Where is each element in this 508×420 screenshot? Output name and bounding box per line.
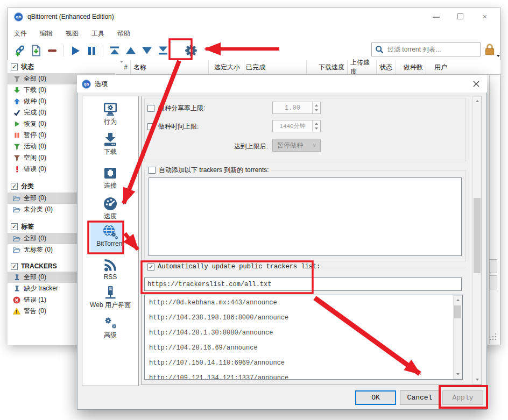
auto-update-legend: ✓ Automatically update public trackers l… [145,263,322,270]
move-up-button[interactable] [123,43,139,58]
tracker-row[interactable]: http://109.121.134.121:1337/announce [145,371,462,380]
nav-connection[interactable]: 连接 [82,165,138,190]
scroll-down-icon[interactable] [473,375,481,384]
ok-button[interactable]: OK [355,390,396,405]
scrollbar-thumb[interactable] [474,198,481,273]
menu-tools[interactable]: 工具 [85,27,111,40]
up-triangle-icon [125,45,137,56]
play-icon [70,45,81,56]
spin-buttons[interactable] [312,120,320,132]
add-torrent-file-button[interactable] [28,43,44,58]
categories-checkbox[interactable]: ✓ [11,183,18,190]
col-dlspeed[interactable]: 下载速度 [307,60,348,74]
seeding-time-value: 1440分钟 [273,122,312,130]
nav-downloads[interactable]: 下载 [82,131,138,156]
tracker-row[interactable]: http://104.238.198.186:8000/announce [145,310,462,325]
menu-help[interactable]: 帮助 [111,27,137,40]
col-done[interactable]: 已完成 [243,60,307,74]
downloads-icon [102,131,118,147]
col-name[interactable]: 名称 [131,60,209,74]
maximize-icon[interactable] [457,13,464,20]
seeding-time-checkbox[interactable] [147,123,154,130]
nav-bittorrent[interactable]: BitTorrent [82,224,138,247]
dialog-close-icon[interactable] [471,79,481,89]
scrollbar-thumb[interactable] [454,305,461,318]
auto-add-trackers-checkbox[interactable] [149,167,156,174]
limit-reached-select[interactable]: 暂停做种 ˅ [272,139,321,152]
folder-icon [13,235,20,243]
filter-label: 全部 (0) [24,194,46,203]
col-status[interactable]: 状态 [377,60,396,74]
filter-section-title: TRACKERS [21,262,57,270]
close-icon[interactable]: × [481,13,489,20]
error-circle-icon [13,296,20,304]
resize-grip[interactable] [490,333,496,340]
menu-file[interactable]: 文件 [8,27,33,40]
menu-view[interactable]: 视图 [59,27,85,40]
spin-buttons[interactable] [312,102,320,113]
col-user[interactable]: 用户 [426,60,450,74]
share-ratio-checkbox[interactable] [147,105,154,112]
spin-down-icon[interactable] [315,127,318,130]
menu-edit[interactable]: 编辑 [33,27,59,40]
resume-button[interactable] [67,43,83,58]
col-size[interactable]: 选定大小 [209,60,243,74]
webui-icon [102,284,118,301]
main-scrollbar-button[interactable] [489,275,497,289]
nav-webui[interactable]: Web 用户界面 [82,284,138,310]
tracker-row[interactable]: http://0d.kebhana.mx:443/announce [145,295,462,310]
scroll-up-icon[interactable] [473,97,481,105]
behavior-icon [102,101,118,117]
seeding-time-spinbox[interactable]: 1440分钟 [272,120,321,132]
nav-behavior[interactable]: 行为 [82,101,138,126]
apply-button[interactable]: Apply [442,390,483,405]
options-gear-button[interactable] [183,43,199,58]
scroll-down-icon[interactable] [454,370,462,379]
torrent-filter-search[interactable] [371,42,481,56]
tracker-row[interactable]: http://104.28.16.69/announce [145,340,462,355]
trackers-checkbox[interactable]: ✓ [11,263,18,270]
move-top-button[interactable] [107,43,123,58]
tracker-list-scrollbar[interactable] [453,295,462,379]
filter-label: 未分类 (0) [24,205,53,214]
filter-label: 全部 (0) [24,74,46,83]
public-trackers-listbox[interactable]: http://0d.kebhana.mx:443/announce http:/… [144,295,463,380]
filter-label: 全部 (0) [24,273,46,282]
spin-down-icon[interactable] [315,109,318,111]
spin-up-icon[interactable] [315,104,318,106]
trackers-to-add-textarea[interactable] [149,177,462,256]
search-input[interactable] [386,45,477,54]
nav-rss[interactable]: RSS [82,257,138,281]
status-checkbox[interactable]: ✓ [11,63,18,70]
torrent-table-header: # 名称 选定大小 已完成 下载速度 上传速度 状态 做种数 用户 [116,60,500,75]
nav-speed[interactable]: 速度 [82,196,138,221]
move-down-button[interactable] [139,43,155,58]
pause-button[interactable] [83,43,100,58]
trackers-url-input[interactable]: https://trackerslist.com/all.txt [144,277,462,291]
upload-arrow-icon [13,98,20,105]
funnel-icon [13,143,20,151]
lock-filter-button[interactable] [483,43,498,57]
nav-advanced[interactable]: 高级 [82,315,138,340]
main-scrollbar-button[interactable] [489,259,497,273]
cancel-button[interactable]: Cancel [400,390,440,405]
move-bottom-button[interactable] [155,43,171,58]
remove-torrent-button[interactable] [44,43,60,58]
minimize-icon[interactable] [433,13,440,20]
tracker-pin-icon [13,285,20,293]
trackers-url-value: https://trackerslist.com/all.txt [147,281,271,288]
options-page-scrollbar[interactable] [472,96,482,385]
col-seeds[interactable]: 做种数 [396,60,426,74]
scroll-up-icon[interactable] [454,296,462,304]
share-ratio-spinbox[interactable]: 1.00 [272,102,321,114]
auto-update-checkbox[interactable]: ✓ [147,264,154,270]
tags-checkbox[interactable]: ✓ [11,223,18,230]
col-upspeed[interactable]: 上传速度 [348,60,377,74]
tracker-row[interactable]: http://104.28.1.30:8080/announce [145,325,462,340]
add-torrent-link-button[interactable] [12,43,28,58]
spin-up-icon[interactable] [315,123,318,125]
col-number[interactable]: # [116,60,131,74]
filter-label: 活动 (0) [24,142,46,151]
down-triangle-icon [141,45,153,56]
tracker-row[interactable]: http://107.150.14.110:6969/announce [145,355,462,371]
